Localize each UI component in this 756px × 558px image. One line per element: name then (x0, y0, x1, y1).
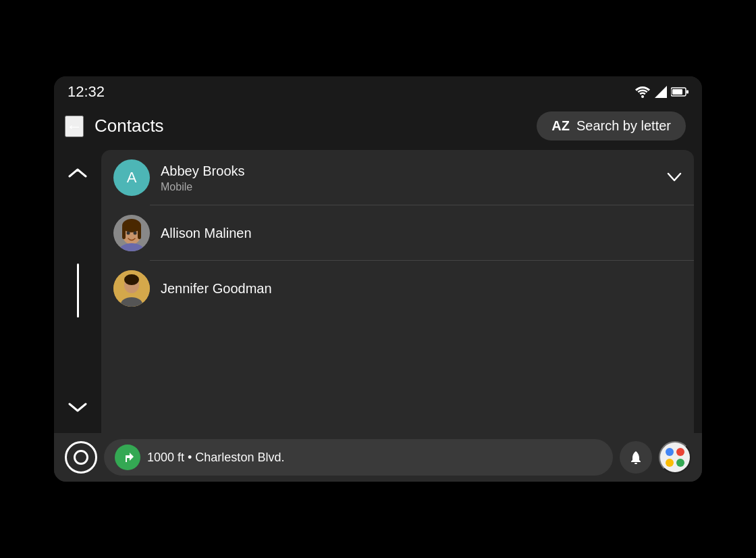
avatar: A (113, 159, 150, 196)
scroll-nav (54, 147, 101, 433)
device-frame: 12:32 ← Con (54, 76, 702, 482)
svg-rect-9 (138, 226, 141, 239)
svg-marker-1 (655, 86, 667, 98)
wifi-icon (634, 86, 651, 98)
google-dot-blue (666, 448, 674, 456)
home-button-inner (74, 450, 88, 465)
allison-avatar-image (113, 215, 150, 251)
body-area: A Abbey Brooks Mobile (54, 147, 702, 433)
status-bar: 12:32 (54, 76, 702, 105)
search-by-letter-label: Search by letter (576, 118, 671, 134)
google-assistant-button[interactable] (659, 441, 691, 474)
search-by-letter-button[interactable]: AZ Search by letter (537, 111, 686, 141)
avatar (113, 215, 150, 251)
scroll-up-button[interactable] (64, 159, 91, 186)
contact-info: Jennifer Goodman (161, 280, 682, 297)
contact-info: Allison Malinen (161, 224, 682, 242)
contact-name: Allison Malinen (161, 224, 682, 242)
battery-icon (671, 87, 688, 97)
main-content: ← Contacts AZ Search by letter (54, 105, 702, 482)
svg-rect-4 (686, 91, 688, 94)
svg-point-11 (134, 232, 137, 235)
contact-name: Jennifer Goodman (161, 280, 682, 297)
header-left: ← Contacts (65, 116, 164, 137)
contact-info: Abbey Brooks Mobile (161, 162, 667, 193)
google-dot-yellow (666, 459, 674, 467)
status-time: 12:32 (68, 83, 105, 101)
header: ← Contacts AZ Search by letter (54, 105, 702, 147)
contact-sub: Mobile (161, 181, 667, 193)
google-dot-green (676, 459, 684, 467)
navigation-pill[interactable]: 1000 ft • Charleston Blvd. (104, 439, 613, 476)
svg-point-10 (127, 232, 130, 235)
scroll-track (77, 186, 79, 394)
avatar (113, 270, 150, 307)
google-dot-red (676, 448, 684, 456)
contact-item[interactable]: Jennifer Goodman (101, 261, 694, 316)
jennifer-avatar-image (113, 270, 150, 307)
google-dots-icon (666, 448, 684, 467)
bell-icon (628, 450, 643, 465)
status-icons (634, 86, 688, 98)
scroll-indicator (77, 263, 79, 318)
svg-point-0 (641, 95, 644, 98)
bottom-nav-bar: 1000 ft • Charleston Blvd. (54, 433, 702, 482)
contact-item[interactable]: Allison Malinen (101, 205, 694, 261)
svg-point-15 (124, 274, 139, 285)
scroll-down-button[interactable] (64, 394, 91, 421)
home-button[interactable] (65, 441, 97, 474)
svg-rect-3 (672, 89, 682, 95)
notification-button[interactable] (620, 441, 652, 474)
contact-name: Abbey Brooks (161, 162, 667, 180)
navigation-direction-text: 1000 ft • Charleston Blvd. (147, 451, 284, 465)
turn-right-icon (120, 450, 135, 465)
svg-rect-8 (122, 226, 126, 239)
contact-item[interactable]: A Abbey Brooks Mobile (101, 150, 694, 205)
page-title: Contacts (94, 116, 164, 136)
contact-list: A Abbey Brooks Mobile (101, 150, 694, 433)
az-icon: AZ (551, 118, 570, 134)
direction-icon (115, 445, 140, 470)
svg-rect-17 (634, 463, 637, 464)
expand-chevron-icon (667, 171, 682, 185)
back-button[interactable]: ← (65, 116, 84, 137)
signal-icon (655, 86, 667, 98)
